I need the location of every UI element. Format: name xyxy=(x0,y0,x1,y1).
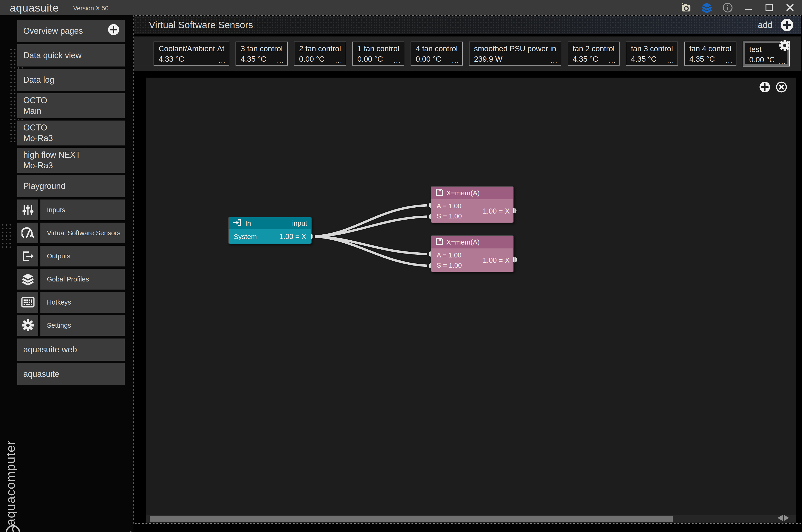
drag-handle-dots xyxy=(1,223,11,248)
node-input-s: S = 1.00 xyxy=(437,212,462,220)
card-name: fan 4 control xyxy=(689,44,731,53)
sensor-card-fan4-control[interactable]: fan 4 control 4.35 °C ... xyxy=(684,41,737,65)
sidebar-item-outputs[interactable]: Outputs xyxy=(17,246,125,266)
card-value: 0.00 °C xyxy=(749,55,783,64)
node-editor-canvas[interactable]: In input System 1.00 = X X=mem(A) A xyxy=(146,78,796,523)
sidebar-item-aquasuite-web[interactable]: aquasuite web xyxy=(17,339,125,361)
sidebar-item-highflow-mora3[interactable]: high flow NEXT Mo-Ra3 xyxy=(17,148,125,173)
card-name: fan 3 control xyxy=(631,44,673,53)
sensor-card-4-fan-control[interactable]: 4 fan control 0.00 °C ... xyxy=(410,41,463,65)
sensor-settings-gear-icon[interactable] xyxy=(779,40,790,52)
enter-arrow-icon xyxy=(233,219,242,228)
main-content: Virtual Software Sensors add Coolant/Amb… xyxy=(133,16,801,524)
horizontal-scrollbar[interactable] xyxy=(146,515,796,522)
sidebar-item-inputs[interactable]: Inputs xyxy=(17,200,125,220)
sidebar-item-data-quick-view[interactable]: Data quick view xyxy=(17,44,125,66)
card-more-button[interactable]: ... xyxy=(609,57,616,65)
card-more-button[interactable]: ... xyxy=(726,57,733,65)
page-title: Virtual Software Sensors xyxy=(149,20,253,31)
sliders-icon xyxy=(17,200,38,220)
sensor-card-coolant-ambient[interactable]: Coolant/Ambient Δt 4.33 °C ... xyxy=(154,41,229,65)
node-title: X=mem(A) xyxy=(446,238,480,246)
node-input-a: A = 1.00 xyxy=(437,251,461,259)
sidebar-item-label: Inputs xyxy=(40,200,125,220)
floppy-icon xyxy=(435,188,443,198)
card-value: 4.35 °C xyxy=(573,55,615,63)
add-sensor-button[interactable] xyxy=(780,18,794,32)
card-name: 2 fan control xyxy=(299,44,341,53)
card-more-button[interactable]: ... xyxy=(335,57,342,65)
sidebar-item-label: Virtual Software Sensors xyxy=(40,223,125,243)
sensor-card-3-fan-control[interactable]: 3 fan control 4.35 °C ... xyxy=(235,41,288,65)
card-name: smoothed PSU power in xyxy=(474,44,556,53)
sidebar-item-global-profiles[interactable]: Gobal Profiles xyxy=(17,269,125,289)
export-icon xyxy=(17,246,38,266)
app-version: Version X.50 xyxy=(73,5,109,12)
sidebar-item-label: Hotkeys xyxy=(40,292,125,312)
scroll-up-icon[interactable] xyxy=(128,531,133,532)
card-value: 4.35 °C xyxy=(631,55,673,63)
info-icon[interactable] xyxy=(722,2,733,13)
sidebar-item-virtual-software-sensors[interactable]: Virtual Software Sensors xyxy=(17,223,125,243)
card-name: 4 fan control xyxy=(416,44,458,53)
sidebar-item-label: OCTO xyxy=(23,95,119,106)
close-button[interactable] xyxy=(784,2,796,13)
add-overview-page-button[interactable] xyxy=(108,23,120,38)
card-more-button[interactable]: ... xyxy=(218,57,226,65)
card-more-button[interactable]: ... xyxy=(277,57,284,65)
sensor-card-1-fan-control[interactable]: 1 fan control 0.00 °C ... xyxy=(352,41,405,65)
wire xyxy=(311,236,432,266)
card-more-button[interactable]: ... xyxy=(779,57,786,65)
card-value: 239.9 W xyxy=(474,55,556,63)
card-more-button[interactable]: ... xyxy=(551,57,558,65)
sidebar-item-sublabel: Mo-Ra3 xyxy=(23,133,119,144)
gauge-icon xyxy=(17,223,38,243)
card-value: 0.00 °C xyxy=(358,55,400,63)
card-more-button[interactable]: ... xyxy=(667,57,674,65)
node-input-system[interactable]: In input System 1.00 = X xyxy=(228,217,312,244)
node-mem-2[interactable]: X=mem(A) A = 1.00 S = 1.00 1.00 = X xyxy=(431,235,514,272)
sidebar-item-overview-pages[interactable]: Overview pages xyxy=(17,20,125,42)
sidebar-item-label: Data log xyxy=(23,75,119,85)
layers-icon[interactable] xyxy=(701,2,712,13)
scroll-right-icon[interactable] xyxy=(784,515,789,521)
sensor-card-fan3-control[interactable]: fan 3 control 4.35 °C ... xyxy=(626,41,678,65)
maximize-button[interactable] xyxy=(764,2,775,13)
node-output-value: 1.00 = X xyxy=(483,256,510,265)
card-more-button[interactable]: ... xyxy=(394,57,401,65)
sidebar-item-playground[interactable]: Playground xyxy=(17,175,125,197)
sidebar-item-sublabel: Main xyxy=(23,106,119,116)
sidebar-item-label: Settings xyxy=(40,315,125,336)
screenshot-camera-icon[interactable] xyxy=(681,2,692,13)
scrollbar-thumb[interactable] xyxy=(150,516,673,521)
node-mem-1[interactable]: X=mem(A) A = 1.00 S = 1.00 1.00 = X xyxy=(431,186,514,223)
node-wires xyxy=(146,78,796,523)
sidebar-scroll-arrows[interactable] xyxy=(128,531,134,532)
layers-icon xyxy=(17,269,38,289)
floppy-icon xyxy=(435,238,443,247)
sidebar-item-label: Overview pages xyxy=(23,26,119,36)
node-title: In xyxy=(245,220,251,227)
aquacomputer-brand: aquacomputer xyxy=(3,429,18,526)
add-label: add xyxy=(758,20,772,30)
scroll-left-right-arrows[interactable] xyxy=(778,515,789,521)
card-value: 4.35 °C xyxy=(241,55,283,63)
sidebar-item-label: OCTO xyxy=(23,122,119,133)
sidebar-item-data-log[interactable]: Data log xyxy=(17,69,125,91)
card-value: 4.33 °C xyxy=(159,55,224,63)
sidebar-item-octo-mora3[interactable]: OCTO Mo-Ra3 xyxy=(17,120,125,146)
sensor-card-fan2-control[interactable]: fan 2 control 4.35 °C ... xyxy=(568,41,620,65)
node-title: X=mem(A) xyxy=(446,189,480,197)
sidebar-item-label: Playground xyxy=(23,181,119,191)
sidebar-item-settings[interactable]: Settings xyxy=(17,315,125,336)
sidebar-item-hotkeys[interactable]: Hotkeys xyxy=(17,292,125,312)
sidebar-item-sublabel: Mo-Ra3 xyxy=(23,160,119,171)
sensor-card-2-fan-control[interactable]: 2 fan control 0.00 °C ... xyxy=(294,41,346,65)
card-more-button[interactable]: ... xyxy=(452,57,459,65)
sensor-card-smoothed-psu[interactable]: smoothed PSU power in 239.9 W ... xyxy=(469,41,561,65)
sidebar-item-label: Outputs xyxy=(40,246,125,266)
scroll-left-icon[interactable] xyxy=(778,515,783,521)
sidebar-item-octo-main[interactable]: OCTO Main xyxy=(17,93,125,118)
minimize-button[interactable] xyxy=(743,2,754,13)
sidebar-item-aquasuite[interactable]: aquasuite xyxy=(17,363,125,385)
